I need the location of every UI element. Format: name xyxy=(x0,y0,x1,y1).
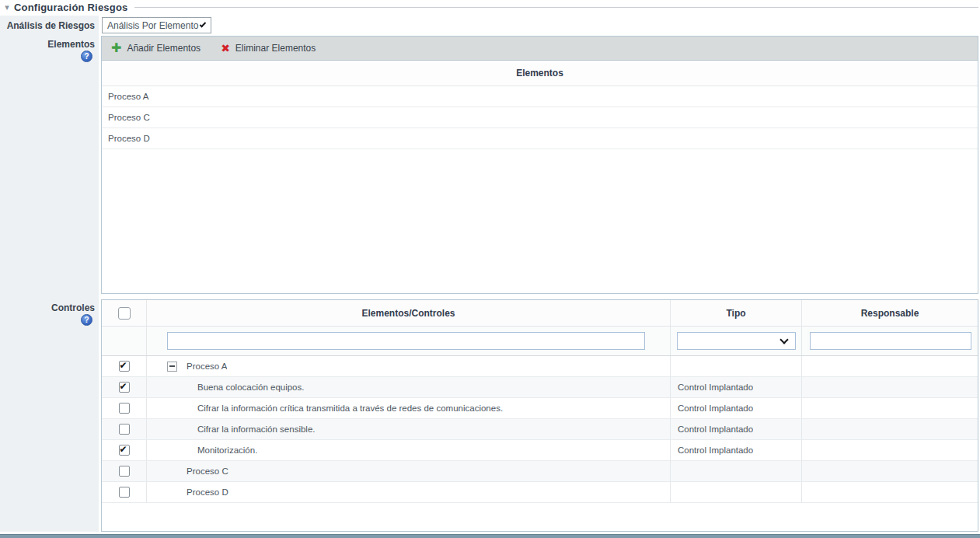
row-tipo-cell: Control Implantado xyxy=(671,377,802,397)
row-checkbox[interactable] xyxy=(119,361,130,372)
row-label: Monitorización. xyxy=(197,445,257,455)
column-header-responsable: Responsable xyxy=(802,300,978,326)
row-tipo-value: Control Implantado xyxy=(678,383,753,392)
row-responsable-cell xyxy=(802,398,978,418)
elementos-row-container: Proceso AProceso CProceso D xyxy=(102,86,978,149)
row-responsable-cell xyxy=(802,461,978,481)
add-elements-button[interactable]: ✚ Añadir Elementos xyxy=(111,42,201,54)
row-tree-cell: Proceso C xyxy=(147,461,671,481)
elementos-help-icon[interactable]: ? xyxy=(81,51,92,62)
select-all-checkbox[interactable] xyxy=(118,307,131,320)
row-checkbox-cell xyxy=(102,482,147,502)
elementos-panel: ✚ Añadir Elementos ✖ Eliminar Elementos … xyxy=(101,36,978,294)
row-label: Cifrar la información sensible. xyxy=(197,424,315,434)
row-checkbox-cell xyxy=(102,440,147,460)
elementos-toolbar: ✚ Añadir Elementos ✖ Eliminar Elementos xyxy=(102,37,978,61)
row-responsable-cell xyxy=(802,482,978,502)
select-all-cell xyxy=(102,300,147,326)
label-panel xyxy=(0,16,99,532)
row-label: Proceso A xyxy=(187,362,227,371)
row-responsable-cell xyxy=(802,419,978,439)
row-tipo-cell xyxy=(671,461,802,481)
row-responsable-cell xyxy=(802,356,978,376)
elementos-column-header: Elementos xyxy=(102,61,978,86)
controles-row[interactable]: Buena colocación equipos.Control Implant… xyxy=(102,377,978,398)
controles-filter-row xyxy=(102,327,978,356)
row-label: Proceso C xyxy=(187,466,228,476)
elementos-row[interactable]: Proceso D xyxy=(102,128,978,149)
filter-tipo-cell xyxy=(671,327,802,355)
row-tree-cell: Buena colocación equipos. xyxy=(147,377,671,397)
controles-row[interactable]: Monitorización.Control Implantado xyxy=(102,440,978,461)
row-tipo-cell: Control Implantado xyxy=(671,398,802,418)
section-rule xyxy=(134,7,979,8)
delete-elements-label: Eliminar Elementos xyxy=(235,43,316,54)
row-checkbox[interactable] xyxy=(119,424,130,435)
elementos-row[interactable]: Proceso A xyxy=(102,86,978,107)
filter-responsable-cell xyxy=(802,327,978,355)
controles-row[interactable]: Cifrar la información crítica transmitid… xyxy=(102,398,978,419)
row-checkbox-cell xyxy=(102,461,147,481)
controles-row[interactable]: Proceso C xyxy=(102,461,978,482)
row-tipo-cell xyxy=(671,356,802,376)
plus-icon: ✚ xyxy=(111,42,121,54)
controles-row[interactable]: Proceso A xyxy=(102,356,978,377)
chevron-down-icon xyxy=(779,335,788,344)
row-tree-cell: Cifrar la información sensible. xyxy=(147,419,671,439)
row-checkbox-cell xyxy=(102,377,147,397)
row-label: Buena colocación equipos. xyxy=(197,383,304,392)
row-tipo-value: Control Implantado xyxy=(678,424,753,434)
responsable-filter-input[interactable] xyxy=(810,332,971,350)
row-label: Proceso D xyxy=(187,487,228,497)
analysis-select-value: Análisis Por Elemento xyxy=(107,20,198,31)
row-checkbox[interactable] xyxy=(119,466,130,477)
elementos-row-label: Proceso A xyxy=(108,92,148,101)
controles-label: Controles xyxy=(0,302,95,313)
chevron-down-icon xyxy=(200,21,206,27)
collapse-toggle-icon[interactable] xyxy=(167,362,177,372)
controles-help-icon[interactable]: ? xyxy=(81,314,92,326)
filter-checkbox-cell xyxy=(102,327,147,355)
bottom-divider-bar xyxy=(0,534,980,538)
row-label: Cifrar la información crítica transmitid… xyxy=(197,404,503,413)
column-header-tipo: Tipo xyxy=(671,300,802,326)
row-tree-cell: Proceso A xyxy=(147,356,671,376)
controles-row[interactable]: Cifrar la información sensible.Control I… xyxy=(102,419,978,440)
controles-header-row: Elementos/Controles Tipo Responsable xyxy=(102,300,978,327)
row-checkbox-cell xyxy=(102,356,147,376)
row-responsable-cell xyxy=(802,440,978,460)
column-header-tree: Elementos/Controles xyxy=(147,300,671,326)
add-elements-label: Añadir Elementos xyxy=(127,43,201,54)
row-tipo-cell xyxy=(671,482,802,502)
row-tree-cell: Proceso D xyxy=(147,482,671,502)
analysis-label: Análisis de Riesgos xyxy=(0,20,95,31)
row-checkbox[interactable] xyxy=(119,382,130,393)
row-responsable-cell xyxy=(802,377,978,397)
elementos-label: Elementos xyxy=(0,39,95,50)
row-checkbox-cell xyxy=(102,398,147,418)
row-checkbox[interactable] xyxy=(119,403,130,414)
risk-configuration-page: ▾ Configuración Riesgos Análisis de Ries… xyxy=(0,0,980,538)
delete-elements-button[interactable]: ✖ Eliminar Elementos xyxy=(221,43,316,54)
elementos-row-label: Proceso C xyxy=(108,113,150,122)
tipo-filter-select[interactable] xyxy=(677,332,796,350)
controles-row-container: Proceso ABuena colocación equipos.Contro… xyxy=(102,356,978,503)
collapse-triangle-icon[interactable]: ▾ xyxy=(0,1,14,14)
row-tree-cell: Monitorización. xyxy=(147,440,671,460)
controles-row[interactable]: Proceso D xyxy=(102,482,978,503)
tree-filter-input[interactable] xyxy=(167,332,645,350)
row-tipo-cell: Control Implantado xyxy=(671,419,802,439)
row-tipo-cell: Control Implantado xyxy=(671,440,802,460)
row-tipo-value: Control Implantado xyxy=(678,445,753,455)
controles-panel: Elementos/Controles Tipo Responsable Pro… xyxy=(101,299,978,532)
elementos-row-label: Proceso D xyxy=(108,134,150,143)
row-checkbox[interactable] xyxy=(119,487,130,498)
elementos-row[interactable]: Proceso C xyxy=(102,107,978,128)
row-checkbox-cell xyxy=(102,419,147,439)
row-checkbox[interactable] xyxy=(119,445,130,456)
row-tree-cell: Cifrar la información crítica transmitid… xyxy=(147,398,671,418)
row-tipo-value: Control Implantado xyxy=(678,404,753,413)
cross-icon: ✖ xyxy=(221,43,230,54)
analysis-select[interactable]: Análisis Por Elemento xyxy=(102,17,211,33)
section-header: ▾ Configuración Riesgos xyxy=(0,1,980,14)
